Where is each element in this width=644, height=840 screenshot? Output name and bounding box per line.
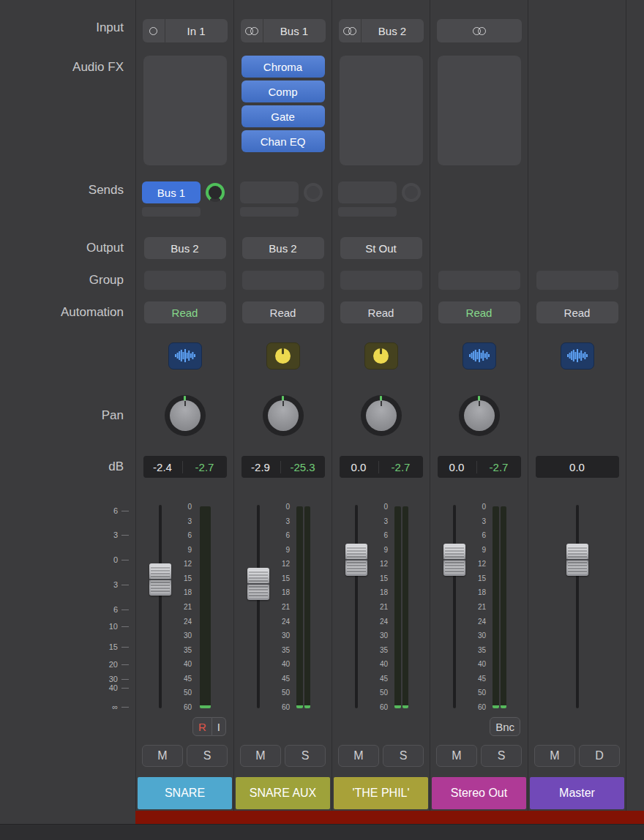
solo-button[interactable]: S xyxy=(285,745,326,767)
input-label: Bus 1 xyxy=(263,25,326,37)
level-meter xyxy=(394,506,408,708)
volume-display[interactable]: 0.0 -2.7 xyxy=(438,456,521,478)
group-slot[interactable] xyxy=(144,271,226,290)
track-waveform-icon[interactable] xyxy=(561,342,594,370)
stereo-input-icon xyxy=(241,19,263,42)
level-meter xyxy=(493,506,506,708)
solo-button[interactable]: S xyxy=(187,745,228,767)
empty-send-slot[interactable] xyxy=(338,181,397,203)
output-label: St Out xyxy=(365,242,397,255)
output-label: Bus 2 xyxy=(171,242,198,255)
input-selector[interactable]: In 1 xyxy=(143,19,228,42)
mute-button[interactable]: M xyxy=(240,745,281,767)
volume-fader-track[interactable] xyxy=(576,505,579,708)
volume-display[interactable]: 0.0 xyxy=(536,456,619,478)
dim-button[interactable]: D xyxy=(579,745,620,767)
pan-knob[interactable] xyxy=(263,395,304,436)
mute-button[interactable]: M xyxy=(338,745,379,767)
volume-fader-track[interactable] xyxy=(355,505,358,708)
waveform-glyph xyxy=(567,349,588,362)
bounce-button[interactable]: Bnc xyxy=(490,717,520,736)
input-selector[interactable]: Bus 1 xyxy=(241,19,326,42)
fader-db-scale: 630361015203040∞ xyxy=(0,484,135,716)
track-knob-icon[interactable] xyxy=(364,342,398,370)
send-level-knob[interactable] xyxy=(402,183,421,202)
fx-slot-chroma[interactable]: Chroma xyxy=(242,56,325,78)
peak-db-value: -25.3 xyxy=(281,461,325,473)
solo-button[interactable]: S xyxy=(383,745,424,767)
channel-name[interactable]: SNARE xyxy=(138,777,232,809)
volume-fader-track[interactable] xyxy=(257,505,260,708)
empty-send-slot[interactable] xyxy=(240,181,299,203)
automation-mode-label: Read xyxy=(564,307,591,319)
solo-button[interactable]: S xyxy=(481,745,522,767)
volume-fader-track[interactable] xyxy=(453,505,456,708)
track-knob-icon[interactable] xyxy=(266,342,300,370)
volume-display[interactable]: -2.9 -25.3 xyxy=(242,456,325,478)
automation-mode-button[interactable]: Read xyxy=(144,301,226,323)
empty-send-slot-2[interactable] xyxy=(240,207,299,217)
mute-button[interactable]: M xyxy=(534,745,575,767)
row-label-pan: Pan xyxy=(102,408,124,423)
input-monitor-button[interactable]: I xyxy=(212,717,226,736)
audio-fx-empty-panel[interactable] xyxy=(340,56,423,165)
output-selector[interactable]: Bus 2 xyxy=(242,237,324,259)
input-selector[interactable]: Bus 2 xyxy=(339,19,424,42)
mute-button[interactable]: M xyxy=(142,745,183,767)
row-label-automation: Automation xyxy=(61,305,124,320)
channel-name[interactable]: 'THE PHIL' xyxy=(334,777,428,809)
output-selector[interactable]: St Out xyxy=(340,237,422,259)
group-slot[interactable] xyxy=(438,271,520,290)
fx-slot-chan-eq[interactable]: Chan EQ xyxy=(242,130,325,152)
gutter-spacer-3 xyxy=(0,776,135,811)
output-label: Bus 2 xyxy=(269,242,296,255)
channel-name[interactable]: Stereo Out xyxy=(432,777,526,809)
mixer: Input Audio FX Sends Output Group Automa… xyxy=(0,0,644,811)
meter-scale: 03691215182124303540455060 xyxy=(266,503,290,711)
pan-knob-cap xyxy=(366,400,397,431)
fx-slot-comp[interactable]: Comp xyxy=(242,80,325,102)
stereo-input-icon xyxy=(339,19,362,42)
fx-slot-gate[interactable]: Gate xyxy=(242,105,325,127)
peak-db-value: -2.7 xyxy=(477,461,521,473)
group-slot[interactable] xyxy=(340,271,422,290)
channel-name[interactable]: Master xyxy=(530,777,624,809)
peak-db-value: -2.7 xyxy=(183,461,227,473)
pan-knob[interactable] xyxy=(165,395,206,436)
group-slot[interactable] xyxy=(536,271,618,290)
mixer-right-filler xyxy=(626,0,644,811)
track-waveform-icon[interactable] xyxy=(463,342,496,370)
row-label-input-wrap: Input xyxy=(0,0,135,45)
automation-mode-label: Read xyxy=(466,307,493,319)
output-selector[interactable]: Bus 2 xyxy=(144,237,226,259)
mute-button[interactable]: M xyxy=(436,745,477,767)
automation-mode-label: Read xyxy=(172,307,198,319)
empty-send-slot[interactable] xyxy=(142,207,201,217)
volume-fader-cap[interactable] xyxy=(566,544,588,576)
volume-display[interactable]: -2.4 -2.7 xyxy=(143,456,227,478)
fader-db-value: 0.0 xyxy=(569,461,585,473)
empty-send-slot-2[interactable] xyxy=(338,207,397,217)
send-level-knob[interactable] xyxy=(304,183,323,202)
volume-display[interactable]: 0.0 -2.7 xyxy=(340,456,423,478)
track-waveform-icon[interactable] xyxy=(168,342,202,370)
audio-fx-empty-panel[interactable] xyxy=(143,56,227,165)
automation-mode-button[interactable]: Read xyxy=(438,301,520,323)
channel-name[interactable]: SNARE AUX xyxy=(236,777,330,809)
volume-fader-track[interactable] xyxy=(159,505,162,708)
audio-fx-empty-panel[interactable] xyxy=(438,56,521,165)
waveform-glyph xyxy=(469,349,490,362)
group-slot[interactable] xyxy=(242,271,324,290)
send-destination-button[interactable]: Bus 1 xyxy=(142,181,201,203)
automation-mode-label: Read xyxy=(270,307,296,319)
automation-mode-button[interactable]: Read xyxy=(340,301,422,323)
input-selector[interactable] xyxy=(437,19,522,42)
automation-mode-button[interactable]: Read xyxy=(242,301,324,323)
pan-knob[interactable] xyxy=(459,395,500,436)
automation-mode-button[interactable]: Read xyxy=(536,301,618,323)
send-level-knob[interactable] xyxy=(206,183,225,202)
record-enable-button[interactable]: R xyxy=(192,717,212,736)
pan-knob[interactable] xyxy=(361,395,402,436)
mono-input-icon xyxy=(143,19,165,42)
row-label-sends-wrap: Sends xyxy=(0,176,135,231)
